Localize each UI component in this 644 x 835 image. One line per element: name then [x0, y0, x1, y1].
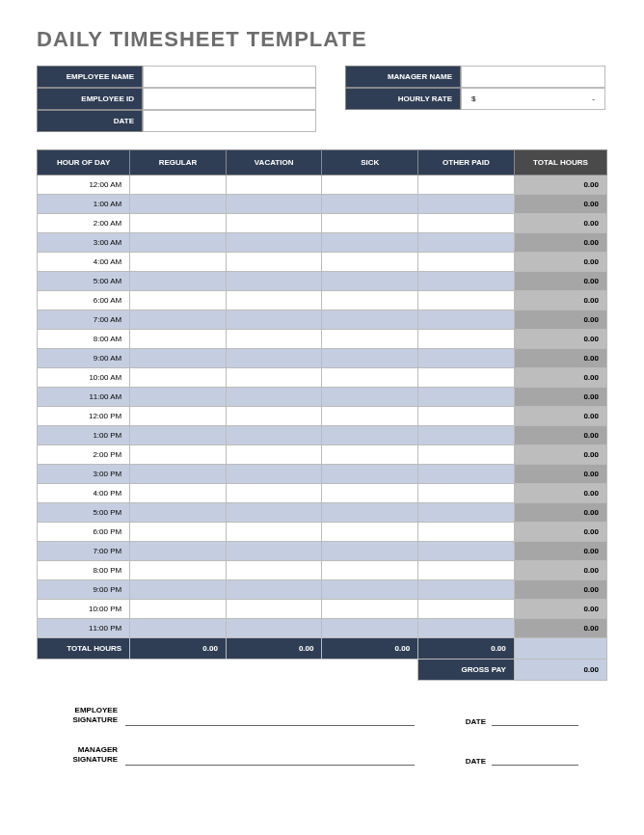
sick-cell[interactable]	[322, 445, 418, 465]
other-cell[interactable]	[418, 195, 515, 214]
sick-cell[interactable]	[322, 388, 418, 407]
regular-cell[interactable]	[130, 445, 227, 465]
vacation-cell[interactable]	[226, 175, 322, 195]
other-cell[interactable]	[418, 445, 515, 465]
vacation-cell[interactable]	[226, 465, 322, 484]
regular-cell[interactable]	[130, 195, 227, 214]
vacation-cell[interactable]	[226, 619, 322, 638]
vacation-cell[interactable]	[226, 542, 322, 561]
sick-cell[interactable]	[322, 272, 418, 291]
other-cell[interactable]	[418, 349, 515, 368]
regular-cell[interactable]	[130, 426, 227, 445]
vacation-cell[interactable]	[226, 272, 322, 291]
regular-cell[interactable]	[130, 484, 227, 503]
emp-signature-line[interactable]	[125, 713, 415, 726]
sick-cell[interactable]	[322, 542, 418, 561]
other-cell[interactable]	[418, 388, 515, 407]
sick-cell[interactable]	[322, 503, 418, 523]
vacation-cell[interactable]	[226, 503, 322, 523]
sick-cell[interactable]	[322, 426, 418, 445]
regular-cell[interactable]	[130, 291, 227, 310]
sick-cell[interactable]	[322, 330, 418, 349]
sick-cell[interactable]	[322, 619, 418, 638]
sick-cell[interactable]	[322, 214, 418, 233]
sick-cell[interactable]	[322, 175, 418, 195]
other-cell[interactable]	[418, 330, 515, 349]
sick-cell[interactable]	[322, 407, 418, 426]
other-cell[interactable]	[418, 368, 515, 388]
regular-cell[interactable]	[130, 349, 227, 368]
sick-cell[interactable]	[322, 561, 418, 580]
sick-cell[interactable]	[322, 310, 418, 330]
sick-cell[interactable]	[322, 291, 418, 310]
other-cell[interactable]	[418, 600, 515, 619]
regular-cell[interactable]	[130, 368, 227, 388]
sick-cell[interactable]	[322, 233, 418, 253]
sick-cell[interactable]	[322, 580, 418, 600]
vacation-cell[interactable]	[226, 561, 322, 580]
other-cell[interactable]	[418, 465, 515, 484]
other-cell[interactable]	[418, 272, 515, 291]
regular-cell[interactable]	[130, 523, 227, 542]
vacation-cell[interactable]	[226, 330, 322, 349]
other-cell[interactable]	[418, 619, 515, 638]
regular-cell[interactable]	[130, 388, 227, 407]
regular-cell[interactable]	[130, 310, 227, 330]
mgr-name-input[interactable]	[461, 66, 605, 88]
vacation-cell[interactable]	[226, 426, 322, 445]
vacation-cell[interactable]	[226, 368, 322, 388]
regular-cell[interactable]	[130, 465, 227, 484]
regular-cell[interactable]	[130, 330, 227, 349]
vacation-cell[interactable]	[226, 349, 322, 368]
vacation-cell[interactable]	[226, 600, 322, 619]
mgr-sig-date-line[interactable]	[492, 752, 578, 766]
date-input[interactable]	[143, 110, 316, 132]
other-cell[interactable]	[418, 253, 515, 272]
vacation-cell[interactable]	[226, 407, 322, 426]
vacation-cell[interactable]	[226, 484, 322, 503]
other-cell[interactable]	[418, 523, 515, 542]
vacation-cell[interactable]	[226, 445, 322, 465]
sick-cell[interactable]	[322, 368, 418, 388]
regular-cell[interactable]	[130, 233, 227, 253]
vacation-cell[interactable]	[226, 291, 322, 310]
emp-id-input[interactable]	[143, 88, 316, 110]
emp-name-input[interactable]	[143, 66, 316, 88]
vacation-cell[interactable]	[226, 233, 322, 253]
sick-cell[interactable]	[322, 349, 418, 368]
regular-cell[interactable]	[130, 214, 227, 233]
vacation-cell[interactable]	[226, 214, 322, 233]
vacation-cell[interactable]	[226, 253, 322, 272]
vacation-cell[interactable]	[226, 580, 322, 600]
regular-cell[interactable]	[130, 407, 227, 426]
regular-cell[interactable]	[130, 619, 227, 638]
other-cell[interactable]	[418, 233, 515, 253]
emp-sig-date-line[interactable]	[492, 713, 578, 726]
vacation-cell[interactable]	[226, 388, 322, 407]
regular-cell[interactable]	[130, 503, 227, 523]
other-cell[interactable]	[418, 214, 515, 233]
other-cell[interactable]	[418, 503, 515, 523]
regular-cell[interactable]	[130, 561, 227, 580]
regular-cell[interactable]	[130, 253, 227, 272]
vacation-cell[interactable]	[226, 310, 322, 330]
other-cell[interactable]	[418, 561, 515, 580]
sick-cell[interactable]	[322, 465, 418, 484]
sick-cell[interactable]	[322, 253, 418, 272]
other-cell[interactable]	[418, 310, 515, 330]
regular-cell[interactable]	[130, 580, 227, 600]
other-cell[interactable]	[418, 407, 515, 426]
other-cell[interactable]	[418, 484, 515, 503]
other-cell[interactable]	[418, 426, 515, 445]
sick-cell[interactable]	[322, 195, 418, 214]
other-cell[interactable]	[418, 291, 515, 310]
other-cell[interactable]	[418, 580, 515, 600]
mgr-signature-line[interactable]	[125, 752, 415, 766]
regular-cell[interactable]	[130, 542, 227, 561]
vacation-cell[interactable]	[226, 523, 322, 542]
other-cell[interactable]	[418, 542, 515, 561]
regular-cell[interactable]	[130, 272, 227, 291]
hourly-rate-input[interactable]: $ -	[461, 88, 605, 110]
sick-cell[interactable]	[322, 600, 418, 619]
other-cell[interactable]	[418, 175, 515, 195]
